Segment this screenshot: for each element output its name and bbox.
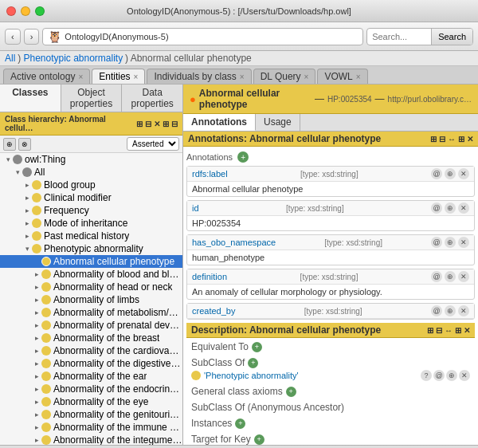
tree-item-endocrine[interactable]: ▸ Abnormality of the endocrine… <box>0 383 182 395</box>
close-button[interactable] <box>6 6 16 16</box>
tree-toggle-genitourin[interactable]: ▸ <box>32 411 41 419</box>
tab-individuals-close[interactable]: × <box>240 73 245 81</box>
search-button[interactable]: Search <box>431 29 472 45</box>
right-tab-usage[interactable]: Usage <box>256 114 300 131</box>
tree-toggle-frequency[interactable]: ▸ <box>22 206 32 214</box>
tree-toggle-cardiovasc[interactable]: ▸ <box>32 347 41 355</box>
hierarchy-icon-3[interactable]: ✕ <box>154 120 160 128</box>
tree-toggle-limbs[interactable]: ▸ <box>32 296 41 304</box>
tab-active-ontology-close[interactable]: × <box>78 73 83 81</box>
tree-toggle-endocrine[interactable]: ▸ <box>32 385 41 393</box>
tree-toggle-eye[interactable]: ▸ <box>32 398 41 406</box>
desc-header-icon2[interactable]: ⊟ <box>436 326 442 335</box>
tree-item-genitourin[interactable]: ▸ Abnormality of the genitourin… <box>0 408 182 421</box>
tree-toggle-thing[interactable]: ▾ <box>3 155 13 163</box>
hierarchy-icon-5[interactable]: ⊟ <box>171 120 178 128</box>
tree-item-integument[interactable]: ▸ Abnormality of the integument… <box>0 434 182 445</box>
ann-copy-namespace[interactable]: ⊕ <box>445 237 456 248</box>
add-equivalent-to-button[interactable]: + <box>252 342 262 352</box>
subclass-of-info[interactable]: ? <box>421 370 432 381</box>
tree-toggle-immune[interactable]: ▸ <box>32 423 41 431</box>
tree-item-mode[interactable]: ▸ Mode of inheritance <box>0 217 182 230</box>
ann-edit-rdfs-label[interactable]: @ <box>431 168 442 179</box>
tree-item-limbs[interactable]: ▸ Abnormality of limbs <box>0 293 182 306</box>
tree-item-ear[interactable]: ▸ Abnormality of the ear <box>0 370 182 383</box>
tree-item-phenotypic[interactable]: ▾ Phenotypic abnormality <box>0 242 182 255</box>
hierarchy-icon-1[interactable]: ⊞ <box>136 120 143 128</box>
hierarchy-icon-4[interactable]: ⊞ <box>163 120 169 128</box>
subclass-of-edit[interactable]: @ <box>433 370 445 381</box>
tree-item-eye[interactable]: ▸ Abnormality of the eye <box>0 395 182 408</box>
ann-delete-id[interactable]: ✕ <box>458 202 469 214</box>
tree-toggle-metabolism[interactable]: ▸ <box>32 308 41 316</box>
hier-btn-1[interactable]: ⊕ <box>3 138 16 151</box>
tree-item-prenatal[interactable]: ▸ Abnormality of prenatal devel… <box>0 319 182 332</box>
tree-container[interactable]: ▾ owl:Thing ▾ All ▸ Blood group ▸ Clinic… <box>0 153 182 445</box>
add-general-axioms-button[interactable]: + <box>286 387 296 397</box>
ann-copy-definition[interactable]: ⊕ <box>445 271 456 282</box>
tree-toggle-digestive[interactable]: ▸ <box>32 360 41 367</box>
tab-entities[interactable]: Entities × <box>92 69 145 84</box>
tree-item-thing[interactable]: ▾ owl:Thing <box>0 153 182 166</box>
tree-item-clinical[interactable]: ▸ Clinical modifier <box>0 191 182 204</box>
ann-copy-created[interactable]: ⊕ <box>445 305 456 316</box>
tree-item-immune[interactable]: ▸ Abnormality of the immune sy… <box>0 421 182 434</box>
tab-vowl-close[interactable]: × <box>356 73 361 81</box>
tree-toggle-mode[interactable]: ▸ <box>22 219 32 227</box>
tree-item-all[interactable]: ▾ All <box>0 166 182 179</box>
tree-item-frequency[interactable]: ▸ Frequency <box>0 204 182 217</box>
tree-item-abnormal-cellular[interactable]: Abnormal cellular phenotype <box>0 255 182 268</box>
tree-toggle-prenatal[interactable]: ▸ <box>32 321 41 329</box>
ann-edit-id[interactable]: @ <box>431 202 442 214</box>
tab-entities-close[interactable]: × <box>134 73 139 81</box>
desc-header-icon3[interactable]: ↔ <box>445 326 453 335</box>
ann-header-icon3[interactable]: ↔ <box>448 135 456 143</box>
desc-header-icon5[interactable]: ✕ <box>464 326 470 335</box>
desc-header-icon4[interactable]: ⊞ <box>455 326 461 335</box>
nav-back-button[interactable]: ‹ <box>5 29 21 45</box>
tree-item-cardiovasc[interactable]: ▸ Abnormality of the cardiovasc… <box>0 344 182 357</box>
ann-copy-id[interactable]: ⊕ <box>445 202 456 214</box>
search-input[interactable] <box>367 32 431 41</box>
ann-header-icon2[interactable]: ⊟ <box>439 135 445 143</box>
hierarchy-icon-2[interactable]: ⊟ <box>145 120 151 128</box>
tree-toggle-phenotypic[interactable]: ▾ <box>22 245 32 253</box>
tree-toggle-ear[interactable]: ▸ <box>32 372 41 380</box>
tree-item-blood[interactable]: ▸ Blood group <box>0 179 182 191</box>
tree-toggle-blood[interactable]: ▸ <box>22 181 32 189</box>
tree-item-past[interactable]: ▸ Past medical history <box>0 230 182 242</box>
ann-delete-definition[interactable]: ✕ <box>458 271 469 282</box>
lp-tab-data-properties[interactable]: Data properties <box>122 84 182 112</box>
tree-item-breast[interactable]: ▸ Abnormality of the breast <box>0 332 182 344</box>
ann-delete-namespace[interactable]: ✕ <box>458 237 469 248</box>
ann-edit-definition[interactable]: @ <box>431 271 442 282</box>
tree-item-metabolism[interactable]: ▸ Abnormality of metabolism/h… <box>0 306 182 319</box>
tree-toggle-clinical[interactable]: ▸ <box>22 194 32 202</box>
subclass-of-text[interactable]: 'Phenotypic abnormality' <box>204 371 299 380</box>
tree-toggle-past[interactable]: ▸ <box>22 232 32 240</box>
breadcrumb-all[interactable]: All <box>5 53 15 64</box>
tree-toggle-head[interactable]: ▸ <box>32 283 41 291</box>
hier-btn-2[interactable]: ⊗ <box>18 138 31 151</box>
lp-tab-classes[interactable]: Classes <box>0 84 61 112</box>
tree-toggle-breast[interactable]: ▸ <box>32 334 41 342</box>
ann-edit-created[interactable]: @ <box>431 305 442 316</box>
nav-forward-button[interactable]: › <box>24 29 40 45</box>
tree-item-head[interactable]: ▸ Abnormality of head or neck <box>0 281 182 293</box>
tree-toggle-integument[interactable]: ▸ <box>32 436 41 444</box>
ann-header-icon1[interactable]: ⊞ <box>430 135 437 143</box>
tree-item-blood-abnorm[interactable]: ▸ Abnormality of blood and bloo… <box>0 268 182 281</box>
tree-item-digestive[interactable]: ▸ Abnormality of the digestive s… <box>0 357 182 370</box>
minimize-button[interactable] <box>21 6 30 16</box>
subclass-of-copy[interactable]: ⊕ <box>446 370 457 381</box>
ann-edit-namespace[interactable]: @ <box>431 237 442 248</box>
tab-dl-query-close[interactable]: × <box>304 73 309 81</box>
ann-delete-rdfs-label[interactable]: ✕ <box>458 168 469 179</box>
tab-dl-query[interactable]: DL Query × <box>253 69 316 84</box>
ontology-field[interactable]: 🦉 OntologyID(Anonymous-5) <box>42 28 363 45</box>
tab-individuals[interactable]: Individuals by class × <box>147 69 251 84</box>
add-instances-button[interactable]: + <box>235 419 245 429</box>
asserted-select[interactable]: Asserted Inferred <box>127 137 179 151</box>
ann-header-icon4[interactable]: ⊞ <box>458 135 464 143</box>
right-tab-annotations[interactable]: Annotations <box>183 114 256 131</box>
